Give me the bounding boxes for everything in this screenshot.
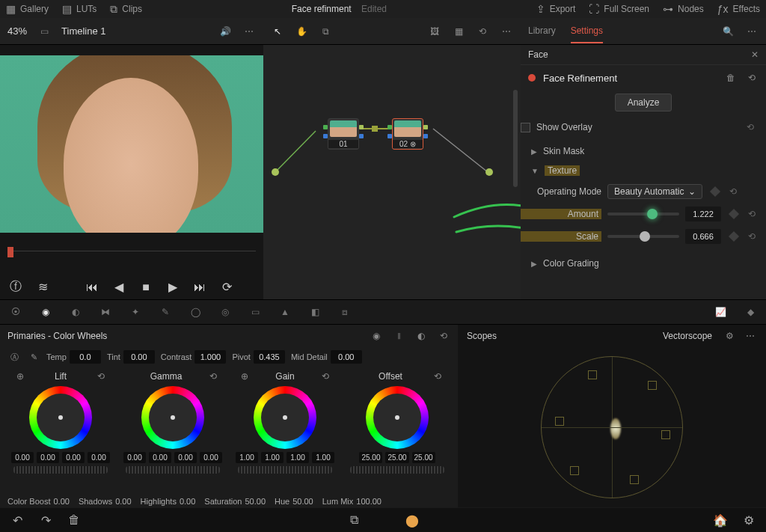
reset-fx-icon[interactable]: ⟲ — [745, 71, 759, 85]
offset-values[interactable]: 25.0025.0025.00 — [359, 452, 435, 463]
prev-clip-icon[interactable]: ⏮ — [85, 281, 99, 294]
analyze-button[interactable]: Analyze — [615, 94, 672, 111]
motion-effects-icon[interactable]: ✦ — [129, 305, 142, 319]
rgb-mixer-icon[interactable]: ⧓ — [99, 305, 112, 319]
nodes-button[interactable]: ⊶Nodes — [663, 3, 704, 15]
reset-icon[interactable]: ⟲ — [728, 185, 738, 198]
node-01[interactable]: 01 — [328, 118, 359, 150]
scopes-mode[interactable]: Vectorscope — [663, 331, 712, 341]
page-color-icon[interactable]: ⬤ — [405, 513, 419, 527]
timeline-ruler[interactable] — [7, 251, 256, 275]
node-more-icon[interactable]: ⋯ — [500, 25, 513, 38]
timeline-name[interactable]: Timeline 1 — [61, 25, 105, 37]
tab-library[interactable]: Library — [528, 19, 556, 43]
hand-tool-icon[interactable]: ✋ — [295, 25, 308, 38]
gain-target-icon[interactable]: ⊕ — [238, 370, 251, 383]
viewer-mode-icon[interactable]: ▭ — [37, 25, 51, 38]
reset-icon[interactable]: ⟲ — [747, 207, 757, 221]
inspector-more-icon[interactable]: ⋯ — [745, 25, 759, 38]
refresh-icon[interactable]: ⟲ — [476, 25, 489, 38]
offset-wheel[interactable] — [366, 386, 429, 449]
offset-reset-icon[interactable]: ⟲ — [431, 370, 444, 383]
trash-icon[interactable]: 🗑 — [724, 71, 738, 85]
node-scrollbar[interactable] — [513, 90, 518, 187]
section-skin-mask[interactable]: ▶ Skin Mask — [521, 141, 766, 161]
primaries-tool-icon[interactable]: ◉ — [39, 305, 52, 319]
keyframe-diamond[interactable] — [729, 209, 739, 219]
wheels-mode-dot-icon[interactable]: ◉ — [370, 329, 383, 343]
eyedropper-icon[interactable]: ✎ — [159, 305, 172, 319]
lift-values[interactable]: 0.000.000.000.00 — [11, 452, 110, 463]
keyframe-diamond[interactable] — [729, 231, 739, 242]
operating-mode-select[interactable]: Beauty Automatic ⌄ — [607, 184, 702, 199]
tab-settings[interactable]: Settings — [571, 19, 603, 43]
show-overlay-checkbox[interactable] — [521, 123, 530, 132]
scopes-more-icon[interactable]: ⋯ — [744, 329, 757, 343]
viewer-more-icon[interactable]: ⋯ — [242, 25, 256, 38]
reset-icon[interactable]: ⟲ — [747, 230, 757, 243]
gain-wheel[interactable] — [254, 386, 316, 449]
gain-jog[interactable] — [238, 466, 332, 474]
gain-reset-icon[interactable]: ⟲ — [319, 370, 332, 383]
redo-icon[interactable]: ↷ — [39, 513, 52, 527]
reset-overlay-icon[interactable]: ⟲ — [744, 120, 757, 134]
window-icon[interactable]: ◎ — [218, 305, 232, 319]
scale-value[interactable]: 0.666 — [685, 229, 721, 244]
middetail-value[interactable]: 0.00 — [331, 350, 362, 364]
stop-icon[interactable]: ■ — [139, 281, 153, 294]
lift-wheel[interactable] — [29, 386, 92, 449]
lift-reset-icon[interactable]: ⟲ — [94, 370, 108, 383]
waveform-scope-icon[interactable]: 📈 — [714, 305, 727, 319]
node-02[interactable]: 02 ⊗ — [392, 118, 423, 150]
wheels-mode-bars-icon[interactable]: ⦀ — [392, 329, 405, 343]
amount-value[interactable]: 1.222 — [685, 207, 721, 221]
info-scope-icon[interactable]: ◆ — [744, 305, 757, 319]
blur-icon[interactable]: ▲ — [278, 305, 292, 319]
pick-white-icon[interactable]: ✎ — [27, 350, 40, 364]
export-button[interactable]: ⇪Export — [536, 3, 576, 15]
gallery-button[interactable]: ▦Gallery — [6, 3, 49, 15]
amount-slider[interactable] — [607, 213, 679, 215]
clear-search-icon[interactable]: ✕ — [751, 49, 759, 60]
saturation-value[interactable]: 50.00 — [245, 497, 266, 506]
lummix-value[interactable]: 100.00 — [356, 497, 382, 506]
lift-target-icon[interactable]: ⊕ — [13, 370, 27, 383]
auto-balance-icon[interactable]: Ⓐ — [7, 350, 21, 364]
highlights-value[interactable]: 0.00 — [180, 497, 195, 506]
gamma-wheel[interactable] — [141, 386, 204, 449]
offset-jog[interactable] — [350, 466, 444, 474]
grid-overlay-icon[interactable]: ▦ — [452, 25, 465, 38]
key-icon[interactable]: ◧ — [308, 305, 322, 319]
scopes-settings-icon[interactable]: ⚙ — [723, 329, 736, 343]
tracking-icon[interactable]: ▭ — [248, 305, 262, 319]
arrow-tool-icon[interactable]: ↖ — [271, 25, 284, 38]
layers-icon[interactable]: ≋ — [36, 281, 49, 294]
effects-button[interactable]: ƒxEffects — [717, 3, 760, 15]
shadows-value[interactable]: 0.00 — [115, 497, 131, 506]
temp-value[interactable]: 0.0 — [70, 350, 101, 364]
pivot-value[interactable]: 0.435 — [254, 350, 285, 364]
gear-icon[interactable]: ⚙ — [742, 513, 756, 527]
fx-enable-dot[interactable] — [528, 74, 536, 82]
keyframe-diamond[interactable] — [710, 186, 720, 197]
gamma-reset-icon[interactable]: ⟲ — [206, 370, 220, 383]
tint-value[interactable]: 0.00 — [123, 350, 155, 364]
luts-button[interactable]: ▤LUTs — [62, 3, 96, 15]
play-reverse-icon[interactable]: ◀ — [112, 281, 126, 294]
image-overlay-icon[interactable]: 🖼 — [428, 25, 441, 38]
contrast-value[interactable]: 1.000 — [194, 350, 226, 364]
gamma-jog[interactable] — [126, 466, 220, 474]
section-texture[interactable]: ▼ Texture — [521, 161, 766, 180]
hue-value[interactable]: 50.00 — [292, 497, 313, 506]
node-graph[interactable]: 01 02 ⊗ — [263, 45, 521, 299]
inspector-search-input[interactable] — [528, 49, 745, 60]
gain-values[interactable]: 1.001.001.001.00 — [236, 452, 334, 463]
wheels-reset-icon[interactable]: ⟲ — [437, 329, 450, 343]
loop-icon[interactable]: ⟳ — [220, 281, 233, 294]
fullscreen-button[interactable]: ⛶Full Screen — [589, 3, 649, 15]
viewer-zoom[interactable]: 43% — [7, 25, 27, 37]
search-icon[interactable]: 🔍 — [721, 25, 735, 38]
gamma-values[interactable]: 0.000.000.000.00 — [123, 452, 222, 463]
home-icon[interactable]: 🏠 — [714, 513, 727, 527]
curves-tool-icon[interactable]: ⦿ — [9, 305, 22, 319]
